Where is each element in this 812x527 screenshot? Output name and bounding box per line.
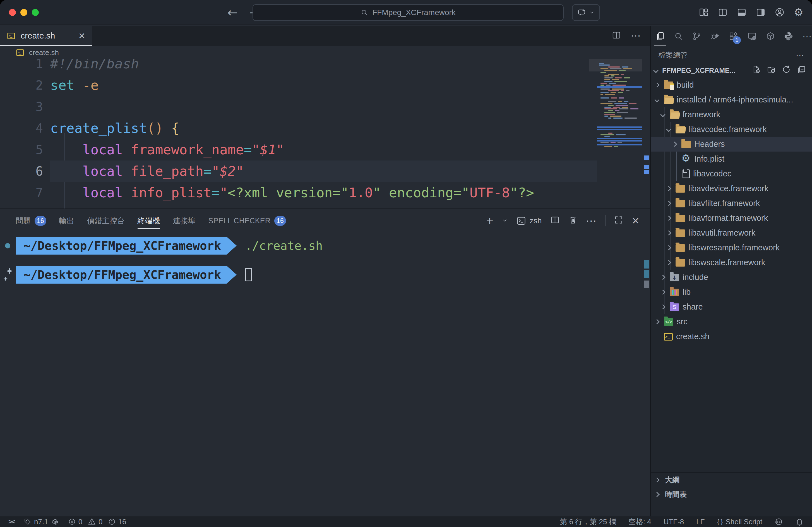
terminal-dropdown-icon[interactable] [502, 216, 508, 226]
problems-item[interactable]: 0 0 16 [68, 517, 126, 526]
tree-chevron-icon [672, 142, 677, 146]
indentation-item[interactable]: 空格: 4 [629, 517, 651, 527]
extensions-icon[interactable]: 1 [728, 30, 739, 42]
tree-item-label: libavfilter.framework [688, 199, 760, 208]
account-icon[interactable] [774, 7, 785, 18]
encoding-item[interactable]: UTF-8 [664, 517, 684, 526]
split-editor-icon[interactable] [717, 7, 728, 18]
close-panel-icon[interactable]: ✕ [632, 215, 640, 226]
search-icon[interactable] [673, 30, 684, 42]
code-line[interactable]: 2set -e [0, 74, 597, 96]
split-editor-action-icon[interactable] [612, 30, 621, 41]
tab-create-sh[interactable]: create.sh ✕ [0, 26, 92, 46]
minimize-window-button[interactable] [20, 9, 27, 16]
tree-item-libavdevice-framework[interactable]: libavdevice.framework [651, 181, 812, 196]
explorer-more-actions-icon[interactable]: ⋯ [796, 50, 804, 60]
code-line[interactable]: 6 local file_path="$2" [0, 160, 597, 182]
workspace-section-header[interactable]: FFMPEG_XCFRAME... [651, 63, 812, 77]
tree-chevron-icon [666, 215, 671, 220]
copilot-status-icon[interactable] [774, 517, 783, 526]
tree-item-build[interactable]: build [651, 77, 812, 92]
tree-item-src[interactable]: src [651, 314, 812, 329]
remote-indicator[interactable]: >< [9, 518, 15, 526]
terminal[interactable]: ~/Desktop/FFMpeg_XCFramework ./create.sh… [0, 232, 650, 284]
tree-item-share[interactable]: share [651, 299, 812, 314]
tree-item-libavfilter-framework[interactable]: libavfilter.framework [651, 196, 812, 211]
code-line[interactable]: 5 local framework_name="$1" [0, 139, 597, 160]
cursor-position-item[interactable]: 第 6 行，第 25 欄 [560, 517, 616, 527]
python-icon[interactable] [784, 30, 794, 42]
tree-chevron-icon [666, 186, 671, 191]
tree-item-label: framework [683, 110, 720, 119]
tree-item-lib[interactable]: lib [651, 285, 812, 299]
nav-back-icon[interactable]: ← [228, 5, 238, 19]
customize-layout-icon[interactable] [698, 7, 709, 18]
close-window-button[interactable] [9, 9, 16, 16]
shell-file-icon [7, 33, 15, 39]
settings-gear-icon[interactable]: ⚙ [793, 7, 804, 18]
panel-tab-輸出[interactable]: 輸出 [59, 209, 74, 232]
tree-item-installed-arm64-iphonesimula-[interactable]: installed / arm64-iphonesimula... [651, 92, 812, 107]
code-line[interactable]: 3 [0, 96, 597, 117]
minimap[interactable] [597, 59, 642, 209]
git-tag-item[interactable]: n7.1 [24, 517, 59, 526]
toggle-secondary-sidebar-icon[interactable] [755, 7, 766, 18]
code-editor[interactable]: 1#!/bin/bash2set -e34create_plist() {5 l… [0, 59, 650, 209]
panel-tab-問題[interactable]: 問題16 [16, 209, 46, 232]
collapse-folders-icon[interactable] [797, 65, 806, 76]
tab-close-icon[interactable]: ✕ [78, 31, 85, 41]
code-line[interactable]: 1#!/bin/bash [0, 59, 597, 74]
code-line[interactable]: 7 local info_plist="<?xml version="1.0" … [0, 182, 597, 203]
notifications-bell-icon[interactable] [795, 517, 803, 526]
new-terminal-icon[interactable]: + [486, 214, 493, 228]
timeline-section[interactable]: 時間表 [651, 487, 812, 501]
toggle-panel-icon[interactable] [736, 7, 747, 18]
tree-item-info-plist[interactable]: Info.plist [651, 152, 812, 166]
maximize-panel-icon[interactable] [614, 215, 623, 227]
remote-explorer-icon[interactable] [747, 30, 757, 42]
terminal-shell-icon[interactable]: zsh [516, 216, 542, 226]
copilot-chat-button[interactable] [572, 4, 600, 21]
code-line[interactable]: 4create_plist() { [0, 117, 597, 139]
tree-item-include[interactable]: include [651, 270, 812, 285]
command-center-search[interactable]: FFMpeg_XCFramework [252, 4, 564, 21]
tree-item-libswresample-framework[interactable]: libswresample.framework [651, 240, 812, 255]
overview-ruler[interactable] [642, 59, 650, 209]
editor-more-actions-icon[interactable]: ⋯ [630, 30, 641, 42]
source-control-icon[interactable] [692, 30, 702, 42]
tree-item-libavformat-framework[interactable]: libavformat.framework [651, 211, 812, 226]
refresh-icon[interactable] [782, 65, 791, 76]
file-tree: buildinstalled / arm64-iphonesimula...fr… [651, 77, 812, 344]
panel-more-actions-icon[interactable]: ⋯ [586, 215, 597, 227]
tree-item-libavcodec-framework[interactable]: libavcodec.framework [651, 122, 812, 137]
code-text: set -e [50, 74, 597, 96]
panel-scrollbar[interactable] [642, 209, 650, 516]
new-file-icon[interactable] [752, 65, 761, 76]
zoom-window-button[interactable] [32, 9, 39, 16]
panel-tab-終端機[interactable]: 終端機 [137, 209, 160, 232]
more-views-icon[interactable]: ⋯ [802, 30, 812, 42]
outline-section[interactable]: 大綱 [651, 472, 812, 487]
eol-item[interactable]: LF [696, 517, 705, 526]
tree-item-libswscale-framework[interactable]: libswscale.framework [651, 255, 812, 270]
new-folder-icon[interactable] [767, 65, 776, 76]
tree-item-framework[interactable]: framework [651, 107, 812, 122]
run-debug-icon[interactable] [710, 30, 720, 42]
prompt-path: ~/Desktop/FFMpeg_XCFramework [16, 266, 227, 284]
explorer-icon[interactable] [655, 30, 665, 42]
tree-item-headers[interactable]: Headers [651, 137, 812, 152]
panel-tab-SPELL CHECKER[interactable]: SPELL CHECKER16 [208, 209, 286, 232]
containers-icon[interactable] [765, 30, 775, 42]
panel-tab-label: 偵錯主控台 [87, 216, 125, 226]
tree-item-create-sh[interactable]: create.sh [651, 329, 812, 344]
panel-tab-連接埠[interactable]: 連接埠 [173, 209, 195, 232]
breadcrumb[interactable]: create.sh [0, 46, 650, 59]
kill-terminal-icon[interactable] [568, 215, 578, 227]
split-terminal-icon[interactable] [550, 215, 560, 227]
info-count: 16 [118, 517, 126, 526]
tree-item-libavcodec[interactable]: libavcodec [651, 166, 812, 181]
language-mode-item[interactable]: { }Shell Script [717, 517, 762, 526]
panel-tab-偵錯主控台[interactable]: 偵錯主控台 [87, 209, 125, 232]
info-icon [108, 518, 116, 525]
tree-item-libavutil-framework[interactable]: libavutil.framework [651, 226, 812, 240]
